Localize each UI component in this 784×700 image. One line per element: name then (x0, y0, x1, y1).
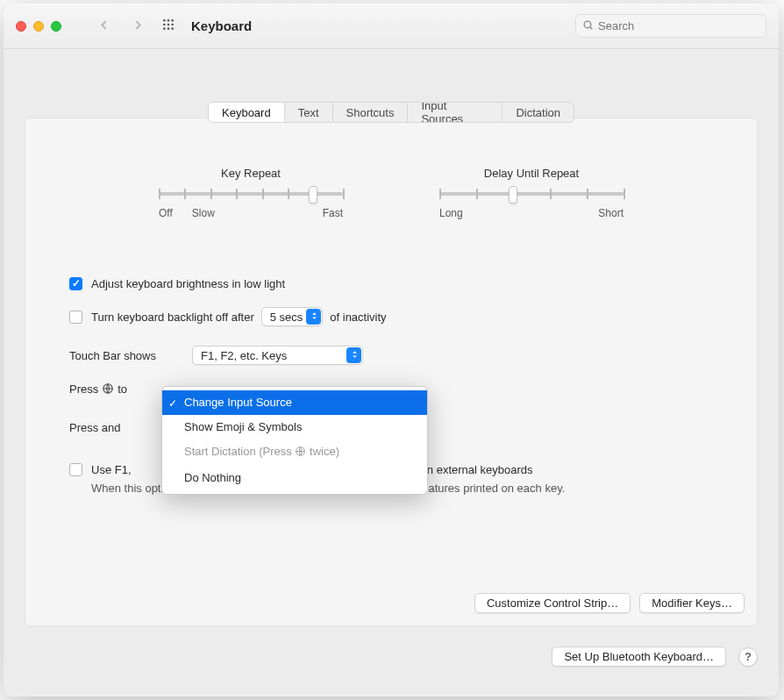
svg-point-3 (163, 24, 166, 26)
row-adjust-brightness: Adjust keyboard brightness in low light (69, 272, 713, 295)
window-title: Keyboard (191, 18, 252, 33)
backlight-off-checkbox[interactable] (69, 311, 82, 324)
press-globe-menu[interactable]: ✓Change Input Source Show Emoji & Symbol… (161, 386, 428, 495)
content: Keyboard Text Shortcuts Input Sources Di… (25, 91, 758, 679)
menu-change-input-source[interactable]: ✓Change Input Source (162, 390, 427, 415)
svg-point-7 (167, 27, 170, 30)
panel: Key Repeat Off Slow Fast De (25, 118, 758, 626)
modifier-keys-button[interactable]: Modifier Keys… (639, 593, 745, 613)
menu-show-emoji[interactable]: Show Emoji & Symbols (162, 415, 427, 439)
window-controls (16, 21, 61, 32)
delay-thumb[interactable] (509, 186, 517, 204)
key-repeat-label: Key Repeat (159, 167, 343, 180)
row-backlight-off: Turn keyboard backlight off after 5 secs… (69, 305, 713, 328)
chevron-updown-icon (350, 349, 360, 362)
delay-slider[interactable] (439, 192, 624, 196)
panel-buttons: Customize Control Strip… Modifier Keys… (474, 593, 745, 613)
row-touchbar: Touch Bar shows F1, F2, etc. Keys (69, 344, 713, 367)
tab-input-sources[interactable]: Input Sources (408, 103, 502, 122)
search-icon (582, 19, 594, 33)
svg-point-6 (163, 27, 166, 30)
adjust-brightness-label: Adjust keyboard brightness in low light (91, 277, 285, 290)
svg-point-1 (167, 19, 170, 22)
show-all-icon[interactable] (161, 18, 175, 34)
svg-point-9 (584, 21, 591, 28)
svg-point-2 (171, 19, 174, 22)
close-button[interactable] (16, 21, 26, 32)
use-fkeys-checkbox[interactable] (69, 463, 82, 476)
delay-scale: Long Short (439, 207, 624, 219)
customize-control-strip-button[interactable]: Customize Control Strip… (474, 593, 631, 613)
tab-dictation[interactable]: Dictation (502, 103, 574, 122)
nav-buttons (96, 18, 146, 35)
svg-point-5 (171, 24, 174, 26)
footer: Set Up Bluetooth Keyboard… ? (552, 646, 758, 667)
help-button[interactable]: ? (738, 647, 758, 667)
svg-point-4 (167, 24, 170, 26)
search-field[interactable] (575, 14, 766, 38)
key-repeat-slider[interactable] (159, 192, 343, 196)
sliders: Key Repeat Off Slow Fast De (25, 167, 757, 219)
search-input[interactable] (598, 19, 759, 32)
touchbar-label: Touch Bar shows (69, 349, 185, 362)
chevron-updown-icon (310, 311, 319, 324)
back-button[interactable] (96, 18, 111, 35)
tab-shortcuts[interactable]: Shortcuts (333, 103, 409, 122)
preferences-window: Keyboard Keyboard Text Shortcuts Input S… (4, 4, 779, 696)
menu-start-dictation: Start Dictation (Press twice) (162, 439, 427, 466)
tab-keyboard[interactable]: Keyboard (209, 103, 285, 122)
tabs: Keyboard Text Shortcuts Input Sources Di… (208, 102, 574, 123)
minimize-button[interactable] (33, 21, 44, 32)
adjust-brightness-checkbox[interactable] (69, 277, 82, 290)
touchbar-popup[interactable]: F1, F2, etc. Keys (192, 346, 363, 365)
delay-label: Delay Until Repeat (439, 167, 624, 180)
titlebar: Keyboard (4, 4, 779, 49)
backlight-off-popup[interactable]: 5 secs (261, 307, 324, 326)
svg-line-10 (590, 26, 592, 28)
globe-icon (102, 382, 114, 396)
setup-bluetooth-button[interactable]: Set Up Bluetooth Keyboard… (552, 646, 726, 667)
forward-button[interactable] (131, 18, 146, 35)
delay-block: Delay Until Repeat Long Short (439, 167, 624, 219)
svg-point-8 (171, 27, 174, 30)
svg-point-0 (163, 19, 166, 22)
globe-icon (295, 444, 306, 463)
key-repeat-thumb[interactable] (309, 186, 317, 204)
zoom-button[interactable] (51, 21, 61, 32)
key-repeat-scale: Off Slow Fast (159, 207, 343, 219)
tab-text[interactable]: Text (285, 103, 333, 122)
menu-do-nothing[interactable]: Do Nothing (162, 466, 427, 490)
key-repeat-block: Key Repeat Off Slow Fast (159, 167, 343, 219)
